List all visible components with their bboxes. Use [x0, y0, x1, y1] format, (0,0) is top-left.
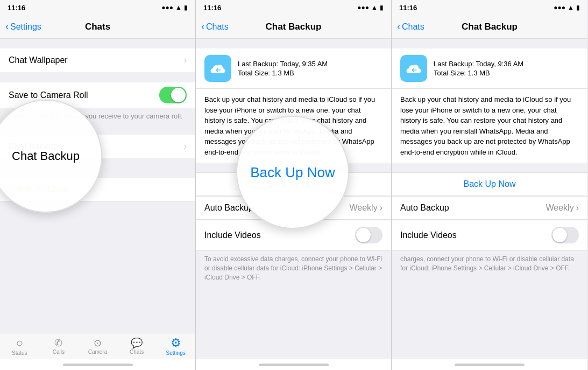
status-time-1: 11:16 — [8, 4, 25, 12]
nav-title-1: Chats — [85, 22, 110, 32]
gap-top-2 — [196, 39, 391, 48]
home-bar-2 — [259, 364, 329, 366]
backup-info-row-2: Last Backup: Today, 9:35 AM Total Size: … — [196, 48, 391, 89]
chevron-right-icon-backup: › — [184, 142, 187, 151]
icloud-icon-3 — [400, 55, 427, 82]
chevron-left-icon-3: ‹ — [397, 21, 400, 32]
auto-backup-right-2: Weekly › — [350, 203, 383, 213]
magnify-text-1: Chat Backup — [12, 149, 80, 163]
auto-backup-freq-3: Weekly — [546, 203, 574, 213]
icloud-icon-2 — [204, 55, 231, 82]
magnify-circle-2: Back Up Now — [236, 116, 349, 229]
backup-info-row-3: Last Backup: Today, 9:36 AM Total Size: … — [392, 48, 587, 89]
nav-title-3: Chat Backup — [462, 22, 518, 32]
status-icons-3: ●●● ▲ ▮ — [554, 4, 580, 11]
chevron-right-auto-3: › — [576, 203, 579, 213]
status-time-2: 11:16 — [203, 4, 221, 12]
tab-settings-label: Settings — [166, 350, 186, 356]
include-videos-toggle-3[interactable] — [551, 227, 579, 243]
nav-title-2: Chat Backup — [266, 22, 322, 32]
chat-wallpaper-row[interactable]: Chat Wallpaper › — [0, 48, 195, 72]
back-up-now-label-3: Back Up Now — [464, 179, 516, 189]
back-button-2[interactable]: ‹ Chats — [201, 21, 229, 32]
back-label-1: Settings — [10, 22, 41, 32]
auto-backup-right-3: Weekly › — [546, 203, 579, 213]
section-wallpaper: Chat Wallpaper › — [0, 48, 195, 72]
home-bar-1 — [63, 364, 133, 366]
backup-last-3: Last Backup: Today, 9:36 AM — [434, 60, 523, 68]
signal-icon-2: ●●● — [357, 4, 369, 11]
back-up-now-row-3[interactable]: Back Up Now — [392, 172, 587, 196]
nav-bar-1: ‹ Settings Chats — [0, 15, 195, 39]
tab-status-label: Status — [12, 350, 27, 356]
status-bar-3: 11:16 ●●● ▲ ▮ — [392, 0, 587, 15]
status-icons-2: ●●● ▲ ▮ — [357, 4, 384, 11]
tab-status-1[interactable]: ○ Status — [0, 337, 39, 356]
home-indicator-3 — [392, 359, 587, 370]
calls-icon: ✆ — [54, 338, 62, 348]
wifi-icon-2: ▲ — [371, 4, 378, 11]
home-bar-3 — [455, 364, 525, 366]
chevron-left-icon-2: ‹ — [201, 21, 204, 32]
include-videos-toggle-2[interactable] — [355, 227, 382, 243]
status-bar-1: 11:16 ●●● ▲ ▮ — [0, 0, 195, 15]
tab-camera-label: Camera — [88, 349, 108, 355]
status-time-3: 11:16 — [399, 4, 417, 12]
chevron-left-icon: ‹ — [5, 21, 9, 32]
settings-icon: ⚙ — [171, 337, 181, 349]
status-icons-1: ●●● ▲ ▮ — [161, 4, 188, 11]
wifi-icon-3: ▲ — [568, 4, 574, 11]
tab-calls-1[interactable]: ✆ Calls — [39, 338, 79, 355]
backup-last-2: Last Backup: Today, 9:35 AM — [238, 60, 328, 68]
backup-desc-3: Back up your chat history and media to i… — [392, 89, 587, 163]
back-button-1[interactable]: ‹ Settings — [5, 21, 41, 32]
chat-wallpaper-label: Chat Wallpaper — [9, 55, 68, 65]
tab-camera-1[interactable]: ⊙ Camera — [78, 338, 117, 355]
auto-backup-freq-2: Weekly — [350, 203, 378, 213]
auto-backup-label-3: Auto Backup — [400, 203, 449, 213]
include-videos-label-2: Include Videos — [204, 231, 261, 240]
battery-icon-3: ▮ — [576, 4, 580, 11]
backup-text-2: Last Backup: Today, 9:35 AM Total Size: … — [238, 60, 328, 77]
include-videos-label-3: Include Videos — [400, 231, 457, 240]
battery-icon: ▮ — [184, 4, 188, 11]
home-indicator-1 — [0, 359, 195, 370]
auto-backup-row-3[interactable]: Auto Backup Weekly › — [392, 196, 587, 220]
back-label-2: Chats — [206, 22, 229, 32]
content-3: Last Backup: Today, 9:36 AM Total Size: … — [392, 39, 587, 359]
phone-1: 11:16 ●●● ▲ ▮ ‹ Settings Chats Chat Wall… — [0, 0, 196, 370]
wifi-icon: ▲ — [175, 4, 182, 11]
include-videos-row-3: Include Videos — [392, 220, 587, 250]
status-bar-2: 11:16 ●●● ▲ ▮ — [196, 0, 391, 15]
status-icon: ○ — [16, 337, 23, 349]
save-camera-label: Save to Camera Roll — [9, 90, 155, 100]
tab-chats-label: Chats — [130, 349, 144, 355]
wifi-note-2: To avoid excessive data charges, connect… — [196, 250, 391, 286]
home-indicator-2 — [196, 359, 391, 370]
gap-6 — [392, 163, 587, 172]
backup-text-3: Last Backup: Today, 9:36 AM Total Size: … — [434, 60, 523, 77]
gap-2 — [0, 73, 195, 82]
battery-icon-2: ▮ — [380, 4, 384, 11]
signal-icon-3: ●●● — [554, 4, 565, 11]
gap-top-1 — [0, 39, 195, 48]
back-button-3[interactable]: ‹ Chats — [397, 21, 424, 32]
nav-bar-2: ‹ Chats Chat Backup — [196, 15, 391, 39]
phone-3: 11:16 ●●● ▲ ▮ ‹ Chats Chat Backup Last B… — [392, 0, 587, 370]
chevron-right-icon-wallpaper: › — [184, 55, 187, 65]
tab-bar-1: ○ Status ✆ Calls ⊙ Camera 💬 Chats ⚙ Sett… — [0, 333, 195, 359]
backup-size-2: Total Size: 1.3 MB — [238, 69, 328, 77]
wifi-note-3: charges, connect your phone to Wi-Fi or … — [392, 250, 587, 277]
tab-settings-1[interactable]: ⚙ Settings — [156, 337, 195, 356]
tab-chats-1[interactable]: 💬 Chats — [117, 338, 157, 355]
camera-icon: ⊙ — [94, 338, 102, 348]
save-toggle[interactable] — [159, 87, 187, 103]
gap-top-3 — [392, 39, 587, 48]
backup-size-3: Total Size: 1.3 MB — [434, 69, 523, 77]
tab-calls-label: Calls — [53, 349, 65, 355]
nav-bar-3: ‹ Chats Chat Backup — [392, 15, 587, 39]
signal-icon: ●●● — [161, 4, 173, 11]
phone-2: 11:16 ●●● ▲ ▮ ‹ Chats Chat Backup Last B… — [196, 0, 392, 370]
magnify-text-2: Back Up Now — [250, 164, 335, 181]
back-label-3: Chats — [402, 22, 424, 32]
